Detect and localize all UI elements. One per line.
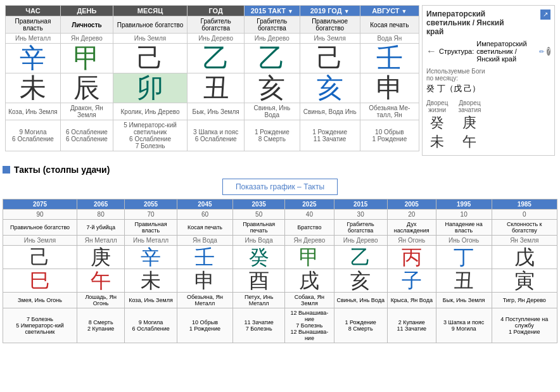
takty-stem-6: 乙 (334, 246, 387, 269)
branch-august: 申 (360, 73, 419, 103)
takty-animal-8: Бык, Инь Земля (436, 293, 492, 308)
takty-age-9: 0 (492, 210, 557, 220)
takty-element-5: Ян Дерево (285, 236, 334, 246)
takty-year-7: 2005 (387, 199, 436, 210)
header-august: АВГУСТ ▼ (360, 6, 419, 16)
takty-year-5: 2025 (285, 199, 334, 210)
gods-chars: 癸 丁（戊 己） (426, 83, 550, 94)
takty-stem-8: 丁 (436, 246, 492, 269)
takty-age-0: 90 (3, 210, 77, 220)
takty-stem-1: 庚 (77, 246, 125, 269)
takty-stem-9: 戊 (492, 246, 557, 269)
animal-year2019: Свинья, Вода Инь (300, 103, 360, 120)
takty-type-7: Дух наслаждения (387, 220, 436, 236)
takty-type-2: Правильная власть (125, 220, 177, 236)
subheader-year: Грабитель богатства (188, 16, 245, 34)
takty-animal-3: Обезьяна, Ян Металл (177, 293, 232, 308)
header-year2019: 2019 ГОД ▼ (300, 6, 360, 16)
subheader-year2019: Правильное богатство (300, 16, 360, 34)
takty-events-7: 2 Купание 11 Зачатие (387, 308, 436, 343)
takty-age-5: 40 (285, 210, 334, 220)
palace2-label: Дворецзачатия (458, 99, 481, 113)
takty-age-6: 30 (334, 210, 387, 220)
takty-animal-9: Тигр, Ян Дерево (492, 293, 557, 308)
takty-branch-9: 寅 (492, 269, 557, 293)
takty-age-8: 10 (436, 210, 492, 220)
takty-branch-8: 丑 (436, 269, 492, 293)
takty-stem-4: 癸 (233, 246, 285, 269)
takty-year-2: 2055 (125, 199, 177, 210)
takty-year-0: 2075 (3, 199, 77, 210)
takty-table: 2075206520552045203520252015200519951985… (3, 199, 557, 343)
takty-year-9: 1985 (492, 199, 557, 210)
events-month: 5 Императорс-кий светильник 6 Ослабление… (113, 120, 187, 151)
palace2-chars: 庚午 (458, 113, 481, 151)
animal-hour: Коза, Инь Земля (6, 103, 61, 120)
edit-icon[interactable]: ✏ (539, 48, 544, 55)
right-panel: Императорскийсветильник / Янскийкрай ↗ ←… (422, 5, 555, 156)
takty-animal-5: Собака, Ян Земля (285, 293, 334, 308)
takty-branch-7: 子 (387, 269, 436, 293)
element-hour: Инь Металл (6, 34, 61, 44)
takty-element-4: Инь Вода (233, 236, 285, 246)
takty-animal-6: Свинья, Инь Вода (334, 293, 387, 308)
takty-animal-1: Лошадь, Ян Огонь (77, 293, 125, 308)
takty-events-4: 11 Зачатие 7 Болезнь (233, 308, 285, 343)
takty-element-6: Инь Дерево (334, 236, 387, 246)
takty-branch-5: 戌 (285, 269, 334, 293)
header-month: МЕСЯЦ (113, 6, 187, 16)
stem-year2019: 己 (300, 44, 360, 73)
branch-year: 丑 (188, 73, 245, 103)
takty-branch-3: 申 (177, 269, 232, 293)
takty-type-9: Склонность к богатству (492, 220, 557, 236)
events-august: 10 Обрыв 1 Рождение (360, 120, 419, 151)
takty-age-4: 50 (233, 210, 285, 220)
takty-year-8: 1995 (436, 199, 492, 210)
stem-august: 壬 (360, 44, 419, 73)
takty-type-8: Нападение на власть (436, 220, 492, 236)
takty-year-6: 2015 (334, 199, 387, 210)
back-arrow[interactable]: ← (426, 46, 436, 57)
takty-events-1: 8 Смерть 2 Купание (77, 308, 125, 343)
element-august: Вода Ян (360, 34, 419, 44)
help-icon[interactable]: ? (547, 47, 550, 56)
animal-day: Дракон, Ян Земля (60, 103, 113, 120)
animal-year: Бык, Инь Земля (188, 103, 245, 120)
takty-year-4: 2035 (233, 199, 285, 210)
header-hour: ЧАС (6, 6, 61, 16)
events-takt2015: 1 Рождение 8 Смерть (245, 120, 300, 151)
structure-value: Императорский светильник / Янский край (476, 40, 537, 63)
takty-branch-0: 巳 (3, 269, 77, 293)
events-year: 3 Шапка и пояс 6 Ослабление (188, 120, 245, 151)
takty-type-0: Правильное богатство (3, 220, 77, 236)
takty-events-6: 1 Рождение 8 Смерть (334, 308, 387, 343)
takty-events-9: 4 Поступление на службу 1 Рождение (492, 308, 557, 343)
takty-age-3: 60 (177, 210, 232, 220)
branch-day: 辰 (60, 73, 113, 103)
events-year2019: 1 Рождение 11 Зачатие (300, 120, 360, 151)
element-year: Инь Дерево (188, 34, 245, 44)
takty-branch-2: 未 (125, 269, 177, 293)
takty-branch-4: 酉 (233, 269, 285, 293)
takty-element-7: Ян Огонь (387, 236, 436, 246)
header-takt2015: 2015 ТАКТ ▼ (245, 6, 300, 16)
ext-link-icon[interactable]: ↗ (540, 9, 550, 20)
takty-branch-1: 午 (77, 269, 125, 293)
takty-age-2: 70 (125, 210, 177, 220)
element-month: Инь Земля (113, 34, 187, 44)
takty-element-0: Инь Земля (3, 236, 77, 246)
animal-takt2015: Свинья, Инь Вода (245, 103, 300, 120)
events-hour: 9 Могила 6 Ослабление (6, 120, 61, 151)
section-indicator (3, 166, 10, 174)
takty-type-4: Правильная печать (233, 220, 285, 236)
takty-type-5: Братство (285, 220, 334, 236)
takty-stem-5: 甲 (285, 246, 334, 269)
subheader-august: Косая печать (360, 16, 419, 34)
takty-events-8: 3 Шапка и пояс 9 Могила (436, 308, 492, 343)
takty-element-8: Инь Огонь (436, 236, 492, 246)
palace1-chars: 癸未 (426, 113, 448, 151)
show-graph-button[interactable]: Показать график – Такты (222, 179, 338, 195)
takty-year-1: 2065 (77, 199, 125, 210)
takty-element-1: Ян Металл (77, 236, 125, 246)
takty-animal-4: Петух, Инь Металл (233, 293, 285, 308)
